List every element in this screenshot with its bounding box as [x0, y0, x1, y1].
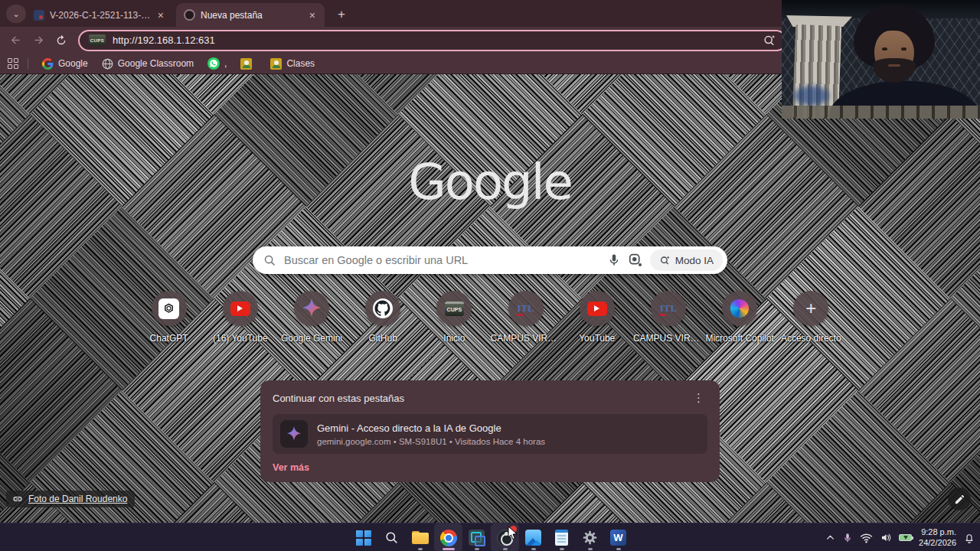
tab-new-tab[interactable]: Nueva pestaña ×	[176, 3, 325, 27]
bookmark-whatsapp[interactable]: ,	[203, 56, 231, 71]
copilot-icon	[728, 297, 750, 319]
shortcut-chatgpt[interactable]: ChatGPT	[133, 291, 204, 344]
ai-mode-button[interactable]: Modo IA	[650, 249, 723, 271]
bookmark-label: Google	[58, 58, 88, 69]
tab-close-icon[interactable]: ×	[308, 9, 317, 21]
tab-title: Nueva pestaña	[201, 10, 302, 21]
photos-button[interactable]	[519, 523, 547, 551]
tray-microphone-icon[interactable]	[842, 532, 853, 544]
continue-tab-item[interactable]: Gemini - Acceso directo a la IA de Googl…	[273, 414, 707, 454]
shortcut-label: Acceso directo	[781, 333, 841, 344]
ai-search-icon	[659, 255, 671, 266]
taskbar: W 9:28 p.m. 24/2/2026	[0, 523, 980, 551]
card-title: Continuar con estas pestañas	[273, 393, 404, 404]
bookmark-google-classroom[interactable]: Google Classroom	[97, 57, 198, 71]
reload-button[interactable]	[51, 30, 72, 51]
shortcut-campus-virtual-2[interactable]: ITL CAMPUS VIRTU...	[632, 291, 704, 344]
search-icon	[263, 254, 276, 267]
gemini-star-icon	[302, 298, 322, 318]
tab-search-button[interactable]: ⌄	[6, 5, 26, 23]
photo-attribution[interactable]: Foto de Danil Roudenko	[6, 491, 135, 507]
settings-button[interactable]	[576, 523, 604, 551]
bookmark-clases[interactable]: Clases	[266, 57, 319, 71]
volume-icon[interactable]	[880, 532, 892, 543]
youtube-icon	[230, 302, 250, 316]
screen: ⌄ V-2026-C-1-2521-113-TI-303: C × Nueva …	[0, 0, 980, 551]
shortcut-youtube[interactable]: YouTube	[561, 291, 632, 344]
bookmark-label: ,	[224, 58, 227, 69]
ai-mode-label: Modo IA	[675, 255, 714, 266]
shortcut-label: CAMPUS VIRTU...	[491, 333, 561, 344]
blue-object	[794, 86, 829, 106]
kebab-menu-icon[interactable]: ⋮	[690, 391, 707, 405]
item-meta: gemini.google.com • SM-S918U1 • Visitado…	[317, 437, 545, 446]
wifi-icon[interactable]	[860, 533, 873, 543]
plus-icon: +	[805, 298, 816, 319]
new-tab-page: Google Modo IA	[0, 74, 980, 523]
notification-bell-icon[interactable]	[963, 532, 975, 544]
taskbar-icons: W	[349, 523, 632, 551]
notepad-button[interactable]	[547, 523, 576, 551]
taskbar-clock[interactable]: 9:28 p.m. 24/2/2026	[919, 527, 956, 549]
photos-icon	[525, 530, 541, 546]
shortcut-google-gemini[interactable]: Google Gemini	[276, 291, 347, 344]
shortcut-github[interactable]: GitHub	[348, 291, 419, 344]
shortcut-microsoft-copilot[interactable]: Microsoft Copilot	[704, 291, 776, 344]
customize-chrome-button[interactable]	[948, 487, 971, 510]
taskbar-search-button[interactable]	[377, 523, 406, 551]
link-icon	[12, 494, 23, 504]
shortcut-inicio-cups[interactable]: CUPS Inicio	[419, 291, 490, 344]
battery-icon[interactable]	[899, 534, 912, 541]
tray-chevron-up-icon[interactable]	[825, 533, 835, 543]
word-icon: W	[610, 530, 626, 546]
bookmark-google[interactable]: Google	[38, 57, 93, 71]
notepad-icon	[555, 530, 568, 546]
campus-favicon-icon	[34, 10, 44, 21]
shortcut-campus-virtual-1[interactable]: ITL CAMPUS VIRTU...	[490, 291, 561, 344]
chevron-down-icon: ⌄	[12, 9, 19, 19]
search-box[interactable]: Modo IA	[253, 246, 727, 274]
forward-button[interactable]	[28, 30, 49, 51]
shortcut-youtube-16[interactable]: (16) YouTube	[204, 291, 276, 344]
mouse-cursor	[508, 526, 519, 541]
campus-virtual-icon: ITL	[660, 302, 677, 315]
see-more-link[interactable]: Ver más	[273, 462, 707, 473]
back-button[interactable]	[5, 30, 26, 51]
new-tab-button[interactable]: +	[332, 5, 351, 24]
clock-date: 24/2/2026	[919, 538, 956, 549]
shortcuts-row: ChatGPT (16) YouTube Google Gemini	[133, 291, 847, 344]
start-button[interactable]	[349, 523, 377, 551]
ai-search-icon[interactable]	[763, 34, 776, 47]
divider	[28, 58, 28, 69]
microphone-icon[interactable]	[607, 253, 621, 267]
forward-arrow-icon	[32, 34, 45, 47]
cups-icon: CUPS	[445, 302, 464, 316]
address-bar[interactable]: CUPS http://192.168.1.12:631	[78, 30, 787, 51]
shortcut-add[interactable]: + Acceso directo	[776, 291, 847, 344]
youtube-icon	[587, 302, 607, 316]
google-g-icon	[42, 58, 54, 70]
cups-favicon-icon: CUPS	[89, 34, 106, 46]
apps-grid-icon[interactable]	[8, 58, 18, 69]
bookmark-classroom-1[interactable]	[236, 57, 261, 71]
url-text[interactable]: http://192.168.1.12:631	[113, 34, 756, 46]
chrome-button[interactable]	[434, 523, 462, 551]
google-lens-icon[interactable]	[629, 253, 642, 267]
tab-close-icon[interactable]: ×	[156, 9, 165, 21]
campus-virtual-icon: ITL	[517, 302, 534, 315]
shortcut-label: CAMPUS VIRTU...	[633, 333, 704, 344]
search-input[interactable]	[284, 254, 599, 266]
bookmark-label: Clases	[286, 58, 315, 69]
new-tab-favicon-icon	[184, 9, 195, 21]
vmware-icon	[469, 530, 485, 546]
pencil-icon	[954, 494, 965, 505]
system-tray: 9:28 p.m. 24/2/2026	[825, 523, 975, 551]
chatgpt-icon	[158, 298, 179, 319]
tab-campus[interactable]: V-2026-C-1-2521-113-TI-303: C ×	[26, 3, 173, 27]
file-explorer-button[interactable]	[406, 523, 434, 551]
whatsapp-icon	[207, 57, 220, 70]
vmware-button[interactable]	[462, 523, 491, 551]
back-arrow-icon	[9, 34, 22, 47]
word-button[interactable]: W	[604, 523, 632, 551]
attribution-label: Foto de Danil Roudenko	[28, 494, 127, 504]
